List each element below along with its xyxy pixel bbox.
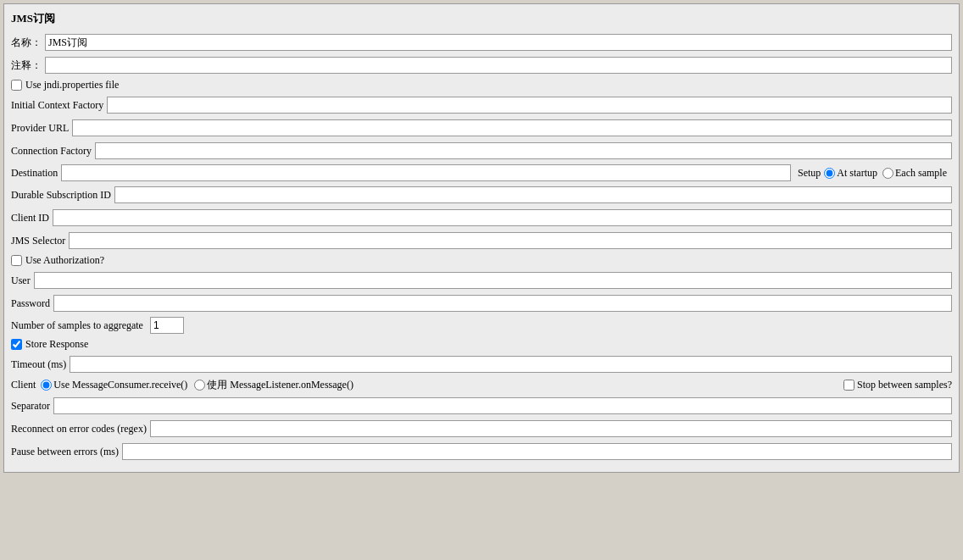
at-startup-label: At startup: [837, 167, 877, 180]
stop-between-checkbox[interactable]: [843, 380, 854, 391]
password-label: Password: [11, 297, 50, 310]
jms-selector-input[interactable]: [69, 232, 952, 249]
separator-input[interactable]: [53, 397, 952, 414]
client-id-row: Client ID: [11, 208, 952, 227]
reconnect-input[interactable]: [150, 420, 952, 437]
initial-context-label: Initial Context Factory: [11, 99, 103, 112]
use-listener-option[interactable]: 使用 MessageListener.onMessage(): [194, 378, 353, 392]
connection-factory-row: Connection Factory: [11, 141, 952, 160]
password-input[interactable]: [53, 295, 952, 312]
use-listener-label: 使用 MessageListener.onMessage(): [207, 378, 353, 392]
client-label: Client: [11, 379, 36, 391]
use-auth-row: Use Authorization?: [11, 254, 952, 267]
comment-row: 注释：: [11, 56, 952, 75]
pause-errors-row: Pause between errors (ms): [11, 442, 952, 461]
reconnect-row: Reconnect on error codes (regex): [11, 419, 952, 438]
comment-label: 注释：: [11, 58, 42, 73]
connection-factory-input[interactable]: [95, 142, 952, 159]
comment-input[interactable]: [45, 57, 952, 74]
use-jndi-checkbox[interactable]: [11, 80, 22, 91]
destination-input[interactable]: [61, 164, 791, 181]
name-input[interactable]: [45, 34, 952, 51]
jms-selector-row: JMS Selector: [11, 231, 952, 250]
stop-between-label: Stop between samples?: [857, 379, 952, 391]
use-listener-radio[interactable]: [194, 380, 205, 391]
user-input[interactable]: [34, 272, 952, 289]
initial-context-input[interactable]: [107, 97, 952, 114]
client-id-label: Client ID: [11, 212, 49, 225]
store-response-checkbox[interactable]: [11, 339, 22, 350]
use-auth-label: Use Authorization?: [25, 254, 104, 267]
at-startup-radio[interactable]: [824, 168, 835, 179]
store-response-label: Store Response: [25, 338, 88, 351]
client-row: Client Use MessageConsumer.receive() 使用 …: [11, 378, 952, 392]
provider-url-input[interactable]: [72, 119, 952, 136]
use-auth-checkbox[interactable]: [11, 255, 22, 266]
use-jndi-label: Use jndi.properties file: [25, 79, 119, 91]
stop-between-section: Stop between samples?: [843, 379, 952, 391]
reconnect-label: Reconnect on error codes (regex): [11, 423, 147, 435]
timeout-row: Timeout (ms): [11, 355, 952, 374]
main-panel: JMS订阅 名称： 注释： Use jndi.properties file I…: [3, 3, 960, 473]
setup-radio-group: At startup Each sample: [824, 167, 952, 180]
name-label: 名称：: [11, 36, 42, 50]
connection-factory-label: Connection Factory: [11, 145, 92, 158]
durable-sub-label: Durable Subscription ID: [11, 189, 111, 202]
password-row: Password: [11, 294, 952, 313]
use-consumer-option[interactable]: Use MessageConsumer.receive(): [41, 379, 187, 391]
panel-title: JMS订阅: [11, 11, 952, 26]
pause-errors-input[interactable]: [122, 443, 952, 460]
use-consumer-label: Use MessageConsumer.receive(): [53, 379, 187, 391]
use-jndi-row: Use jndi.properties file: [11, 79, 952, 91]
pause-errors-label: Pause between errors (ms): [11, 446, 119, 458]
timeout-label: Timeout (ms): [11, 358, 66, 371]
destination-row: Destination Setup At startup Each sample: [11, 164, 952, 181]
client-radio-group: Use MessageConsumer.receive() 使用 Message…: [41, 378, 359, 392]
initial-context-row: Initial Context Factory: [11, 96, 952, 114]
each-sample-radio[interactable]: [882, 168, 893, 179]
timeout-input[interactable]: [70, 356, 952, 373]
aggregate-input[interactable]: [150, 317, 184, 334]
name-row: 名称：: [11, 33, 952, 52]
destination-label: Destination: [11, 167, 58, 180]
each-sample-label: Each sample: [895, 167, 947, 180]
setup-section: Setup At startup Each sample: [798, 167, 952, 180]
separator-row: Separator: [11, 396, 952, 415]
aggregate-label: Number of samples to aggregate: [11, 319, 143, 332]
client-id-input[interactable]: [53, 209, 952, 226]
user-row: User: [11, 271, 952, 290]
provider-url-row: Provider URL: [11, 119, 952, 137]
store-response-row: Store Response: [11, 338, 952, 351]
durable-sub-input[interactable]: [114, 186, 952, 203]
setup-label: Setup: [798, 167, 821, 180]
user-label: User: [11, 274, 31, 287]
use-consumer-radio[interactable]: [41, 380, 52, 391]
at-startup-option[interactable]: At startup: [824, 167, 877, 180]
jms-selector-label: JMS Selector: [11, 235, 65, 247]
each-sample-option[interactable]: Each sample: [882, 167, 947, 180]
durable-sub-row: Durable Subscription ID: [11, 186, 952, 204]
aggregate-row: Number of samples to aggregate: [11, 317, 952, 334]
separator-label: Separator: [11, 400, 50, 413]
provider-url-label: Provider URL: [11, 122, 69, 135]
